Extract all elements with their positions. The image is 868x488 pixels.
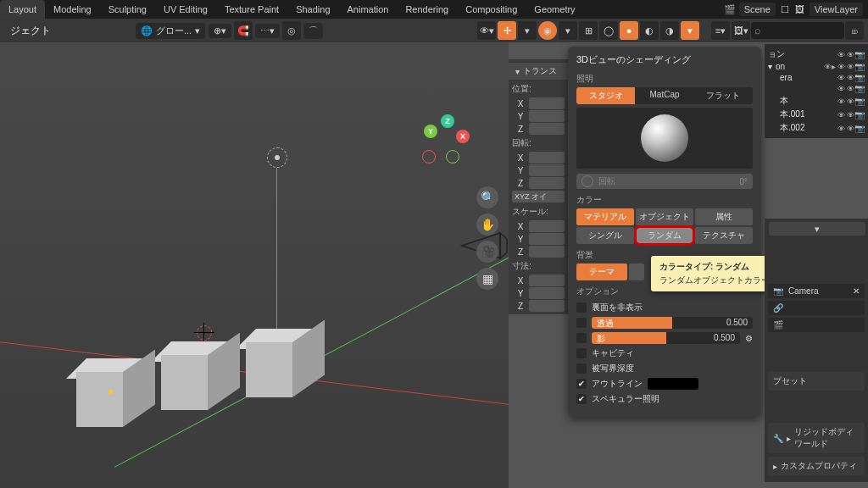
- tab-anim[interactable]: Animation: [339, 0, 398, 19]
- outliner-item[interactable]: ▾on▸📷: [768, 61, 865, 72]
- lighting-matcap[interactable]: MatCap: [635, 87, 693, 104]
- 3d-cursor: [197, 325, 212, 341]
- rot-y-field[interactable]: [529, 164, 565, 176]
- outliner-item[interactable]: era📷: [768, 72, 865, 83]
- color-material[interactable]: マテリアル: [576, 208, 634, 225]
- studio-preview[interactable]: [576, 108, 753, 169]
- light-object[interactable]: [267, 147, 287, 168]
- viewlayer-selector[interactable]: ViewLayer: [810, 3, 863, 16]
- outliner-search[interactable]: [751, 22, 844, 39]
- shade-render[interactable]: ◑: [660, 21, 679, 40]
- dim-y-field[interactable]: [529, 287, 565, 299]
- pos-y-field[interactable]: [529, 110, 565, 122]
- gizmo-toggle[interactable]: ✢: [498, 21, 516, 40]
- opt-shadow[interactable]: 影0.500 ⚙: [576, 330, 753, 346]
- opt-backface[interactable]: 裏面を非表示: [576, 300, 753, 315]
- outliner-item[interactable]: 📷: [768, 83, 865, 94]
- overlay-toggle[interactable]: ◉: [538, 21, 557, 40]
- persp-ortho-icon[interactable]: ▦: [476, 268, 498, 290]
- tab-sculpting[interactable]: Sculpting: [100, 0, 155, 19]
- prop-edit-dropdown[interactable]: ⌒: [303, 23, 323, 39]
- opt-outline[interactable]: アウトライン: [576, 376, 753, 391]
- n-panel: ▾トランス 位置: X Y Z 回転: X Y Z XYZ オイ スケール: X…: [509, 59, 568, 314]
- layer-icon[interactable]: 🖼: [794, 3, 806, 15]
- shade-matprev[interactable]: ◐: [640, 21, 659, 40]
- scene-new-icon[interactable]: ☐: [779, 3, 791, 15]
- opt-specular[interactable]: スペキュラー照明: [576, 391, 753, 407]
- tab-geo[interactable]: Geometry: [526, 0, 583, 19]
- bg-theme[interactable]: テーマ: [576, 263, 627, 280]
- preset-panel[interactable]: プセット: [768, 372, 865, 391]
- camera-view-icon[interactable]: 🎥: [476, 241, 498, 263]
- overlay-dropdown[interactable]: ▾: [559, 21, 577, 40]
- outliner-item[interactable]: ョン📷: [768, 47, 865, 61]
- xray-toggle[interactable]: ⊞: [579, 21, 598, 40]
- props-dropdown[interactable]: ▾: [769, 222, 865, 236]
- clapper-icon[interactable]: 🎬: [768, 318, 865, 332]
- 3d-viewport[interactable]: Z Y X 🔍 ✋ 🎥 ▦: [0, 42, 509, 488]
- shade-dropdown[interactable]: ▾: [681, 21, 699, 40]
- outliner: ョン📷 ▾on▸📷 era📷 📷 本📷 本.001📷 本.002📷: [765, 44, 868, 138]
- scene-icon[interactable]: 🎬: [724, 3, 736, 15]
- linked-icon[interactable]: 🔗: [768, 301, 865, 315]
- rot-x-field[interactable]: [529, 152, 565, 164]
- workspace-tabs: Layout Modeling Sculpting UV Editing Tex…: [0, 0, 868, 19]
- color-attribute[interactable]: 属性: [695, 208, 753, 225]
- pivot-dropdown[interactable]: ⊕▾: [209, 24, 231, 38]
- tab-layout[interactable]: Layout: [0, 0, 45, 19]
- tab-texpaint[interactable]: Texture Paint: [216, 0, 287, 19]
- tab-shading[interactable]: Shading: [287, 0, 338, 19]
- opt-dof[interactable]: 被写界深度: [576, 361, 753, 376]
- scale-label: スケール:: [512, 204, 565, 219]
- pos-x-field[interactable]: [529, 97, 565, 109]
- tab-modeling[interactable]: Modeling: [45, 0, 100, 19]
- outline-color[interactable]: [648, 378, 698, 390]
- color-random[interactable]: ランダム: [636, 227, 693, 244]
- color-texture[interactable]: テクスチャ: [695, 227, 753, 244]
- camera-chip[interactable]: 📷Camera✕: [768, 284, 865, 298]
- scale-z-field[interactable]: [529, 246, 565, 258]
- outliner-filter[interactable]: ≡▾: [711, 21, 730, 40]
- outliner-item[interactable]: 本.002📷: [768, 121, 865, 135]
- rot-mode[interactable]: XYZ オイ: [512, 191, 565, 202]
- lighting-flat[interactable]: フラット: [694, 87, 753, 104]
- pan-icon[interactable]: ✋: [476, 214, 498, 236]
- outliner-filter-icon[interactable]: ⎄: [845, 21, 864, 40]
- rigid-body-panel[interactable]: 🔧▸リジッドボディワールド: [768, 423, 865, 453]
- tab-comp[interactable]: Compositing: [457, 0, 526, 19]
- shade-solid[interactable]: ●: [620, 21, 638, 40]
- color-label: カラー: [576, 194, 753, 206]
- rotation-row[interactable]: 回転0°: [576, 174, 753, 189]
- opt-xray[interactable]: 透過0.500: [576, 315, 753, 330]
- gear-icon[interactable]: ⚙: [745, 334, 753, 343]
- dim-label: 寸法:: [512, 258, 565, 274]
- scene-selector[interactable]: Scene: [739, 3, 776, 16]
- pos-z-field[interactable]: [529, 123, 565, 135]
- tab-render[interactable]: Rendering: [397, 0, 457, 19]
- lighting-studio[interactable]: スタジオ: [576, 87, 635, 104]
- gizmo-dropdown[interactable]: ▾: [518, 21, 537, 40]
- opt-cavity[interactable]: キャビティ: [576, 346, 753, 361]
- tab-uv[interactable]: UV Editing: [155, 0, 216, 19]
- orientation-dropdown[interactable]: 🌐グロー...▾: [136, 23, 205, 39]
- custom-props-panel[interactable]: ▸カスタムプロパティ: [768, 457, 865, 475]
- scale-y-field[interactable]: [529, 233, 565, 245]
- outliner-item[interactable]: 本.001📷: [768, 108, 865, 121]
- color-single[interactable]: シングル: [576, 227, 634, 244]
- rot-z-field[interactable]: [529, 177, 565, 189]
- outliner-display[interactable]: 🖼▾: [732, 21, 750, 40]
- dim-x-field[interactable]: [529, 274, 565, 286]
- transform-header[interactable]: ▾トランス: [509, 63, 568, 80]
- color-object[interactable]: オブジェクト: [636, 208, 693, 225]
- bg-more[interactable]: [629, 263, 644, 280]
- prop-edit-toggle[interactable]: ◎: [282, 21, 301, 40]
- snap-dropdown[interactable]: ⋯▾: [255, 24, 280, 38]
- snap-toggle[interactable]: 🧲: [234, 21, 253, 40]
- nav-gizmo[interactable]: Z Y X: [415, 114, 475, 174]
- visibility-dropdown[interactable]: 👁▾: [477, 21, 496, 40]
- outliner-item[interactable]: 本📷: [768, 94, 865, 108]
- dim-z-field[interactable]: [529, 300, 565, 312]
- zoom-icon[interactable]: 🔍: [476, 186, 498, 208]
- shade-wire[interactable]: ◯: [599, 21, 618, 40]
- scale-x-field[interactable]: [529, 220, 565, 232]
